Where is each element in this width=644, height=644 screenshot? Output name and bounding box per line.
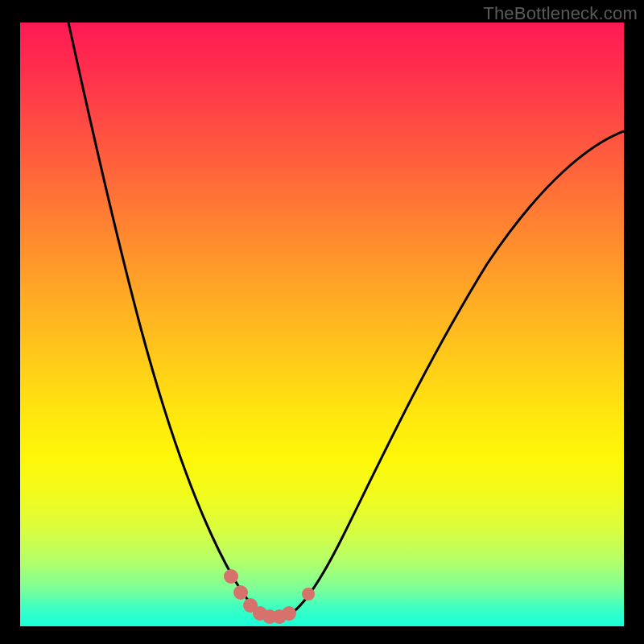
svg-point-0 xyxy=(224,569,238,584)
svg-point-6 xyxy=(282,606,296,621)
svg-point-7 xyxy=(302,588,315,601)
chart-frame xyxy=(20,23,624,626)
bottom-highlight-markers xyxy=(224,569,315,624)
watermark-text: TheBottleneck.com xyxy=(483,3,638,24)
svg-point-1 xyxy=(233,585,248,600)
bottleneck-curve-svg xyxy=(20,23,624,626)
bottleneck-curve-path xyxy=(68,23,624,617)
